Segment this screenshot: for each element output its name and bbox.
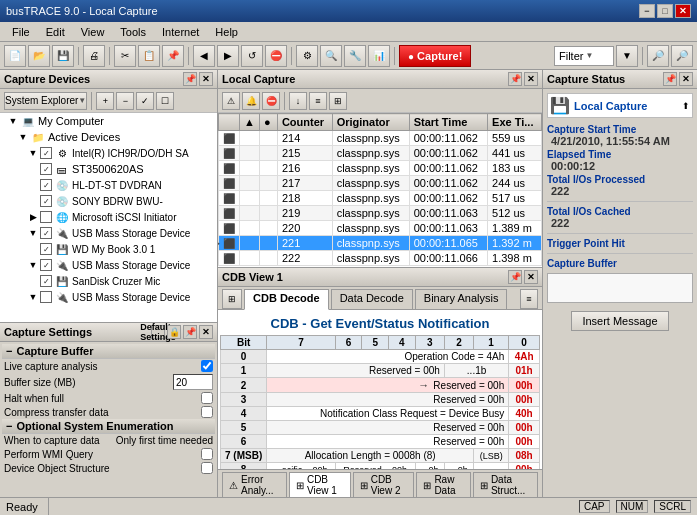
menu-tools[interactable]: Tools <box>112 24 154 40</box>
tree-item-hldt[interactable]: 💿 HL-DT-ST DVDRAN <box>0 177 217 193</box>
settings-button[interactable]: ⚙ <box>296 45 318 67</box>
expand-all-button[interactable]: + <box>96 92 114 110</box>
refresh-button[interactable]: ↺ <box>241 45 263 67</box>
optional-enum-section[interactable]: − Optional System Enumeration <box>2 419 215 434</box>
bottom-tab-cdb2[interactable]: ⊞CDB View 2 <box>353 472 415 497</box>
menu-view[interactable]: View <box>73 24 113 40</box>
cdb-pin-btn[interactable]: 📌 <box>508 270 522 284</box>
minimize-button[interactable]: − <box>639 4 655 18</box>
check-all-button[interactable]: ✓ <box>136 92 154 110</box>
new-button[interactable]: 📄 <box>4 45 26 67</box>
paste-button[interactable]: 📌 <box>162 45 184 67</box>
halt-when-full-checkbox[interactable] <box>201 392 213 404</box>
menu-internet[interactable]: Internet <box>154 24 207 40</box>
col-header-counter[interactable]: Counter <box>277 114 332 131</box>
filter-control[interactable]: Filter ▼ <box>554 46 614 66</box>
tree-item-sandisk[interactable]: 💾 SanDisk Cruzer Mic <box>0 273 217 289</box>
table-row[interactable]: ⬛ 214 classpnp.sys 00:00:11.062 559 us <box>219 131 542 146</box>
bottom-tab-cdb1[interactable]: ⊞CDB View 1 <box>289 472 351 497</box>
col-header-exe-time[interactable]: Exe Ti... <box>488 114 542 131</box>
tab-cdb-decode[interactable]: CDB Decode <box>244 289 329 310</box>
print-button[interactable]: 🖨 <box>83 45 105 67</box>
table-row[interactable]: ⬛ 219classpnp.sys00:00:11.063512 us <box>219 206 542 221</box>
maximize-button[interactable]: □ <box>657 4 673 18</box>
filter-options-button[interactable]: ▼ <box>616 45 638 67</box>
cs-close-btn[interactable]: ✕ <box>199 325 213 339</box>
tree-item-active-devices[interactable]: ▼ 📁 Active Devices <box>0 129 217 145</box>
device-checkbox[interactable] <box>40 147 52 159</box>
tree-item-my-computer[interactable]: ▼ 💻 My Computer <box>0 113 217 129</box>
search-button[interactable]: 🔍 <box>320 45 342 67</box>
buffer-size-input[interactable] <box>173 374 213 390</box>
alert-btn[interactable]: 🔔 <box>242 92 260 110</box>
tree-item-wd[interactable]: 💾 WD My Book 3.0 1 <box>0 241 217 257</box>
compress-data-checkbox[interactable] <box>201 406 213 418</box>
table-row[interactable]: ⬛ 218classpnp.sys00:00:11.062517 us <box>219 191 542 206</box>
bottom-tab-error[interactable]: ⚠Error Analy... <box>222 472 287 497</box>
device-tree[interactable]: ▼ 💻 My Computer ▼ 📁 Active Devices ▼ ⚙ I… <box>0 113 217 322</box>
tree-item-usb1[interactable]: ▼ 🔌 USB Mass Storage Device <box>0 225 217 241</box>
cdb-extra-btn[interactable]: ≡ <box>520 289 538 309</box>
device-checkbox[interactable] <box>40 179 52 191</box>
toggle-icon[interactable]: ▼ <box>26 146 40 160</box>
chart-button[interactable]: 📊 <box>368 45 390 67</box>
device-checkbox[interactable] <box>40 291 52 303</box>
device-checkbox[interactable] <box>40 243 52 255</box>
bottom-tab-data-struct[interactable]: ⊞Data Struct... <box>473 472 538 497</box>
table-row[interactable]: ⬛ 217classpnp.sys00:00:11.062244 us <box>219 176 542 191</box>
tree-item-sony[interactable]: 💿 SONY BDRW BWU- <box>0 193 217 209</box>
tools-button[interactable]: 🔧 <box>344 45 366 67</box>
device-checkbox[interactable] <box>40 275 52 287</box>
open-button[interactable]: 📂 <box>28 45 50 67</box>
close-button[interactable]: ✕ <box>675 4 691 18</box>
tree-item-usb3[interactable]: ▼ 🔌 USB Mass Storage Device <box>0 289 217 305</box>
back-button[interactable]: ◀ <box>193 45 215 67</box>
tab-binary-analysis[interactable]: Binary Analysis <box>415 289 508 309</box>
cs-pin-btn2[interactable]: 📌 <box>663 72 677 86</box>
tree-item-st3500[interactable]: 🖴 ST3500620AS <box>0 161 217 177</box>
stop-btn[interactable]: ⛔ <box>262 92 280 110</box>
device-obj-checkbox[interactable] <box>201 462 213 474</box>
toggle-icon[interactable]: ▼ <box>26 290 40 304</box>
cd-close-button[interactable]: ✕ <box>199 72 213 86</box>
cs-lock-btn[interactable]: 🔒 <box>167 325 181 339</box>
wmi-query-checkbox[interactable] <box>201 448 213 460</box>
capture-button[interactable]: ● Capture! <box>399 45 471 67</box>
lc-close-btn[interactable]: ✕ <box>524 72 538 86</box>
zoom-out-button[interactable]: 🔎 <box>671 45 693 67</box>
copy-button[interactable]: 📋 <box>138 45 160 67</box>
layout-btn[interactable]: ≡ <box>309 92 327 110</box>
table-row[interactable]: ⬛ 215classpnp.sys00:00:11.062441 us <box>219 146 542 161</box>
local-capture-table[interactable]: ▲ ● Counter Originator Start Time Exe Ti… <box>218 113 542 267</box>
table-row-selected[interactable]: → ⬛ 221classpnp.sys00:00:11.0651.392 m <box>219 236 542 251</box>
cd-pin-button[interactable]: 📌 <box>183 72 197 86</box>
menu-edit[interactable]: Edit <box>38 24 73 40</box>
table-row[interactable]: ⬛ 220classpnp.sys00:00:11.0631.389 m <box>219 221 542 236</box>
table-row[interactable]: ⬛ 216classpnp.sys00:00:11.062183 us <box>219 161 542 176</box>
toggle-icon[interactable]: ▼ <box>6 114 20 128</box>
insert-message-button[interactable]: Insert Message <box>571 311 668 331</box>
col-header-flag[interactable]: ▲ <box>240 114 260 131</box>
col-header-start-time[interactable]: Start Time <box>409 114 487 131</box>
device-checkbox[interactable] <box>40 195 52 207</box>
menu-help[interactable]: Help <box>207 24 246 40</box>
bottom-tab-raw[interactable]: ⊞Raw Data <box>416 472 470 497</box>
lc-pin-btn[interactable]: 📌 <box>508 72 522 86</box>
tree-item-usb2[interactable]: ▼ 🔌 USB Mass Storage Device <box>0 257 217 273</box>
device-checkbox[interactable] <box>40 211 52 223</box>
stop-button[interactable]: ⛔ <box>265 45 287 67</box>
collapse-all-button[interactable]: − <box>116 92 134 110</box>
warning-btn[interactable]: ⚠ <box>222 92 240 110</box>
tree-item-intel[interactable]: ▼ ⚙ Intel(R) ICH9R/DO/DH SA <box>0 145 217 161</box>
cut-button[interactable]: ✂ <box>114 45 136 67</box>
cdb-nav-btn[interactable]: ⊞ <box>222 289 242 309</box>
cs-close-btn2[interactable]: ✕ <box>679 72 693 86</box>
tab-data-decode[interactable]: Data Decode <box>331 289 413 309</box>
table-row[interactable]: ⬛ 222classpnp.sys00:00:11.0661.398 m <box>219 251 542 266</box>
capture-buffer-section[interactable]: − Capture Buffer <box>2 344 215 359</box>
scroll-btn[interactable]: ↓ <box>289 92 307 110</box>
zoom-in-button[interactable]: 🔎 <box>647 45 669 67</box>
col-header-originator[interactable]: Originator <box>332 114 409 131</box>
device-checkbox[interactable] <box>40 163 52 175</box>
uncheck-all-button[interactable]: ☐ <box>156 92 174 110</box>
